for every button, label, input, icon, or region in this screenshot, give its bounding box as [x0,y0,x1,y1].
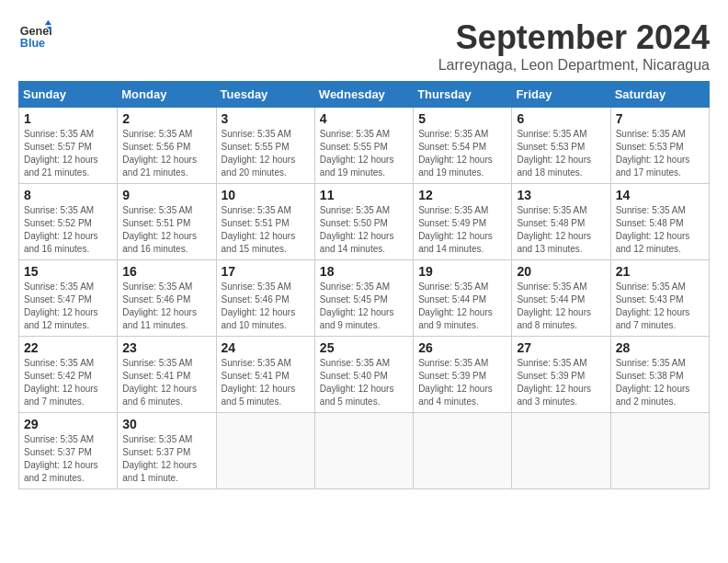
day-number: 7 [616,111,704,126]
day-info: Sunrise: 5:35 AM Sunset: 5:45 PM Dayligh… [320,281,408,332]
day-info: Sunrise: 5:35 AM Sunset: 5:55 PM Dayligh… [222,128,310,179]
logo-icon: General Blue [18,18,51,52]
day-number: 4 [320,111,408,126]
day-cell: 21 Sunrise: 5:35 AM Sunset: 5:43 PM Dayl… [610,260,709,337]
day-cell: 2 Sunrise: 5:35 AM Sunset: 5:56 PM Dayli… [118,108,216,184]
day-number: 14 [616,188,704,202]
day-number: 12 [418,188,506,202]
day-number: 20 [517,264,605,279]
day-cell: 18 Sunrise: 5:35 AM Sunset: 5:45 PM Dayl… [314,260,413,337]
logo: General Blue [18,18,51,52]
day-number: 28 [616,340,704,355]
day-cell: 24 Sunrise: 5:35 AM Sunset: 5:41 PM Dayl… [216,337,314,413]
weekday-header-saturday: Saturday [610,82,709,108]
day-cell [512,413,610,489]
day-info: Sunrise: 5:35 AM Sunset: 5:46 PM Dayligh… [122,281,210,332]
day-info: Sunrise: 5:35 AM Sunset: 5:40 PM Dayligh… [320,357,408,408]
day-info: Sunrise: 5:35 AM Sunset: 5:54 PM Dayligh… [418,128,506,179]
day-info: Sunrise: 5:35 AM Sunset: 5:42 PM Dayligh… [24,357,112,408]
day-cell: 1 Sunrise: 5:35 AM Sunset: 5:57 PM Dayli… [19,108,118,184]
day-number: 9 [122,188,210,202]
day-info: Sunrise: 5:35 AM Sunset: 5:48 PM Dayligh… [517,204,605,256]
day-info: Sunrise: 5:35 AM Sunset: 5:39 PM Dayligh… [517,357,605,408]
day-cell [414,413,512,489]
day-number: 17 [222,264,310,279]
day-info: Sunrise: 5:35 AM Sunset: 5:49 PM Dayligh… [418,204,506,256]
day-cell: 8 Sunrise: 5:35 AM Sunset: 5:52 PM Dayli… [19,184,118,260]
week-row-1: 1 Sunrise: 5:35 AM Sunset: 5:57 PM Dayli… [19,108,710,184]
weekday-header-row: SundayMondayTuesdayWednesdayThursdayFrid… [19,82,710,108]
day-cell: 7 Sunrise: 5:35 AM Sunset: 5:53 PM Dayli… [610,108,709,184]
day-info: Sunrise: 5:35 AM Sunset: 5:55 PM Dayligh… [320,128,408,179]
day-info: Sunrise: 5:35 AM Sunset: 5:46 PM Dayligh… [222,281,310,332]
day-cell: 28 Sunrise: 5:35 AM Sunset: 5:38 PM Dayl… [610,337,709,413]
week-row-5: 29 Sunrise: 5:35 AM Sunset: 5:37 PM Dayl… [19,413,710,489]
day-cell: 13 Sunrise: 5:35 AM Sunset: 5:48 PM Dayl… [512,184,610,260]
day-cell: 10 Sunrise: 5:35 AM Sunset: 5:51 PM Dayl… [216,184,314,260]
day-cell: 14 Sunrise: 5:35 AM Sunset: 5:48 PM Dayl… [610,184,709,260]
day-info: Sunrise: 5:35 AM Sunset: 5:52 PM Dayligh… [24,204,112,256]
weekday-header-monday: Monday [118,82,216,108]
day-info: Sunrise: 5:35 AM Sunset: 5:47 PM Dayligh… [24,281,112,332]
day-cell: 9 Sunrise: 5:35 AM Sunset: 5:51 PM Dayli… [118,184,216,260]
day-cell: 22 Sunrise: 5:35 AM Sunset: 5:42 PM Dayl… [19,337,118,413]
week-row-4: 22 Sunrise: 5:35 AM Sunset: 5:42 PM Dayl… [19,337,710,413]
day-info: Sunrise: 5:35 AM Sunset: 5:48 PM Dayligh… [616,204,704,256]
day-number: 8 [24,188,112,202]
weekday-header-thursday: Thursday [414,82,512,108]
day-cell: 6 Sunrise: 5:35 AM Sunset: 5:53 PM Dayli… [512,108,610,184]
calendar-table: SundayMondayTuesdayWednesdayThursdayFrid… [18,81,710,489]
day-info: Sunrise: 5:35 AM Sunset: 5:56 PM Dayligh… [122,128,210,179]
day-number: 22 [24,340,112,355]
day-number: 21 [616,264,704,279]
day-info: Sunrise: 5:35 AM Sunset: 5:37 PM Dayligh… [122,433,210,485]
day-cell: 25 Sunrise: 5:35 AM Sunset: 5:40 PM Dayl… [314,337,413,413]
day-number: 15 [24,264,112,279]
day-cell: 19 Sunrise: 5:35 AM Sunset: 5:44 PM Dayl… [414,260,512,337]
day-number: 29 [24,417,112,431]
day-cell: 4 Sunrise: 5:35 AM Sunset: 5:55 PM Dayli… [314,108,413,184]
week-row-3: 15 Sunrise: 5:35 AM Sunset: 5:47 PM Dayl… [19,260,710,337]
weekday-header-wednesday: Wednesday [314,82,413,108]
day-number: 27 [517,340,605,355]
day-info: Sunrise: 5:35 AM Sunset: 5:53 PM Dayligh… [616,128,704,179]
day-cell: 27 Sunrise: 5:35 AM Sunset: 5:39 PM Dayl… [512,337,610,413]
day-info: Sunrise: 5:35 AM Sunset: 5:41 PM Dayligh… [222,357,310,408]
day-cell: 20 Sunrise: 5:35 AM Sunset: 5:44 PM Dayl… [512,260,610,337]
day-cell: 3 Sunrise: 5:35 AM Sunset: 5:55 PM Dayli… [216,108,314,184]
month-title: September 2024 [438,18,710,57]
day-cell: 30 Sunrise: 5:35 AM Sunset: 5:37 PM Dayl… [118,413,216,489]
day-number: 1 [24,111,112,126]
day-number: 16 [122,264,210,279]
day-info: Sunrise: 5:35 AM Sunset: 5:50 PM Dayligh… [320,204,408,256]
day-number: 10 [222,188,310,202]
day-number: 19 [418,264,506,279]
day-number: 6 [517,111,605,126]
weekday-header-tuesday: Tuesday [216,82,314,108]
day-cell: 15 Sunrise: 5:35 AM Sunset: 5:47 PM Dayl… [19,260,118,337]
day-number: 25 [320,340,408,355]
title-section: September 2024 Larreynaga, Leon Departme… [438,18,710,74]
day-number: 26 [418,340,506,355]
day-cell: 17 Sunrise: 5:35 AM Sunset: 5:46 PM Dayl… [216,260,314,337]
day-number: 23 [122,340,210,355]
day-cell [216,413,314,489]
weekday-header-friday: Friday [512,82,610,108]
svg-text:Blue: Blue [20,37,45,50]
day-info: Sunrise: 5:35 AM Sunset: 5:39 PM Dayligh… [418,357,506,408]
day-cell [610,413,709,489]
day-info: Sunrise: 5:35 AM Sunset: 5:51 PM Dayligh… [122,204,210,256]
day-cell: 29 Sunrise: 5:35 AM Sunset: 5:37 PM Dayl… [19,413,118,489]
day-info: Sunrise: 5:35 AM Sunset: 5:43 PM Dayligh… [616,281,704,332]
day-info: Sunrise: 5:35 AM Sunset: 5:37 PM Dayligh… [24,433,112,485]
day-number: 3 [222,111,310,126]
day-info: Sunrise: 5:35 AM Sunset: 5:41 PM Dayligh… [122,357,210,408]
week-row-2: 8 Sunrise: 5:35 AM Sunset: 5:52 PM Dayli… [19,184,710,260]
day-number: 30 [122,417,210,431]
day-number: 18 [320,264,408,279]
day-info: Sunrise: 5:35 AM Sunset: 5:38 PM Dayligh… [616,357,704,408]
day-number: 11 [320,188,408,202]
day-cell [314,413,413,489]
calendar-body: 1 Sunrise: 5:35 AM Sunset: 5:57 PM Dayli… [19,108,710,489]
day-number: 24 [222,340,310,355]
